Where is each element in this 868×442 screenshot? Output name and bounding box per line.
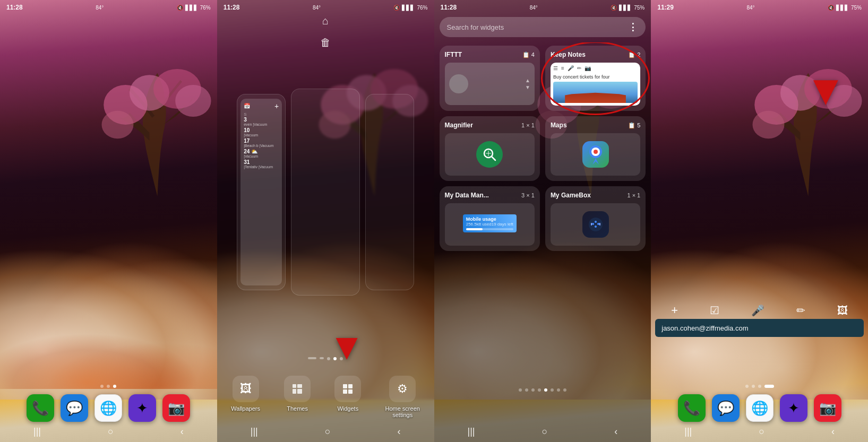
wallpapers-menu-item[interactable]: 🖼 Wallpapers (231, 376, 260, 418)
widgets-menu-item[interactable]: Widgets (334, 376, 361, 418)
svg-rect-35 (599, 223, 600, 226)
edit-icon[interactable]: ✏ (796, 304, 805, 317)
bridge (562, 90, 630, 103)
svg-point-28 (594, 150, 598, 154)
image-icon[interactable]: 🖼 (837, 305, 848, 317)
edit-mode-menu: 🖼 Wallpapers Themes (217, 376, 434, 418)
checkbox-icon[interactable]: ☑ (710, 304, 719, 317)
maps-widget-item[interactable]: Maps 📋 5 (545, 116, 646, 181)
phone-icon[interactable]: 📞 (678, 394, 706, 422)
home-shortcut-icon[interactable]: ⌂ (322, 15, 329, 27)
page-dot (525, 388, 528, 392)
back-icon[interactable]: ‹ (181, 426, 184, 437)
page-dot (320, 357, 324, 359)
svg-rect-16 (343, 389, 347, 394)
navigation-bar: ||| ○ ‹ (217, 423, 434, 442)
chrome-icon[interactable]: 🌐 (746, 394, 774, 422)
red-arrow-down: ▼ (328, 328, 365, 365)
home-screen-settings-label: Home screen settings (385, 405, 419, 418)
gamebox-widget-item[interactable]: My GameBox 1 × 1 (545, 186, 646, 251)
ifttt-widget-item[interactable]: IFTTT 📋 4 ▲ ▼ (440, 46, 540, 111)
search-bar[interactable]: Search for widgets ⋮ (440, 17, 646, 37)
recent-apps-icon[interactable]: ||| (33, 426, 41, 437)
wallpapers-icon: 🖼 (233, 376, 259, 402)
home-screen-settings-menu-item[interactable]: ⚙ Home screen settings (385, 376, 419, 418)
page-dot-2 (107, 385, 110, 388)
page-dot-1 (100, 385, 104, 388)
recent-apps-icon[interactable]: ||| (251, 426, 258, 437)
widget-card-mid (291, 89, 360, 296)
time-display: 11:28 (224, 4, 240, 11)
mute-icon: 🔇 (611, 5, 617, 11)
messages-icon[interactable]: 💬 (61, 394, 88, 422)
keep-notes-inner: ☰ ≡ 🎤 ✏ 📷 Buy concert tickets for four (551, 63, 640, 106)
more-options-icon[interactable]: ⋮ (628, 21, 638, 33)
keep-note-image (553, 82, 638, 103)
svg-point-31 (597, 223, 599, 225)
svg-rect-12 (297, 384, 302, 388)
add-note-icon[interactable]: + (671, 304, 678, 317)
recent-apps-icon[interactable]: ||| (467, 426, 475, 437)
widgets-search-panel: 11:28 84° 🔇 ▋▋▋ 75% Search for widgets ⋮… (434, 0, 651, 442)
mic-icon[interactable]: 🎤 (751, 304, 764, 317)
magnifier-header: Magnifier 1 × 1 (445, 122, 535, 129)
ifttt-count-icon: 📋 (522, 51, 530, 58)
temp-display: 84° (746, 5, 754, 11)
page-dot (745, 385, 749, 388)
note-email-text: jason.cohen@ziffmedia.com (661, 324, 748, 332)
widget-card-right (365, 94, 414, 290)
temp-display: 84° (530, 5, 538, 11)
back-icon[interactable]: ‹ (398, 426, 401, 437)
magnifier-preview (445, 133, 535, 176)
data-manager-widget-item[interactable]: My Data Man... 3 × 1 Mobile usage 256.5k… (440, 186, 540, 251)
signal-bars: ▋▋▋ (402, 5, 415, 11)
page-dot (308, 357, 316, 359)
ifttt-circle (449, 74, 468, 93)
note-email-bar: jason.cohen@ziffmedia.com (655, 319, 864, 337)
status-icons: 🔇 ▋▋▋ 76% (393, 5, 427, 11)
svg-rect-17 (348, 389, 353, 394)
svg-line-23 (492, 157, 495, 160)
slack-icon[interactable]: ✦ (128, 394, 156, 422)
chrome-icon[interactable]: 🌐 (94, 394, 122, 422)
navigation-bar: ||| ○ ‹ (0, 423, 217, 442)
keep-notes-widget-item[interactable]: Keep Notes 📋 2 ☰ ≡ 🎤 ✏ 📷 Buy concert tic… (545, 46, 646, 111)
maps-count: 📋 5 (628, 122, 640, 129)
cherry-blossom-tree (98, 0, 217, 265)
back-icon[interactable]: ‹ (614, 426, 617, 437)
magnifier-widget-item[interactable]: Magnifier 1 × 1 (440, 116, 540, 181)
themes-menu-item[interactable]: Themes (284, 376, 311, 418)
data-manager-size: 3 × 1 (521, 192, 535, 198)
keep-note-text: Buy concert tickets for four (553, 74, 638, 80)
home-icon[interactable]: ○ (325, 426, 331, 437)
home-icon[interactable]: ○ (108, 426, 114, 437)
ifttt-arrows: ▲ ▼ (525, 77, 530, 90)
delete-icon[interactable]: 🗑 (320, 37, 331, 49)
recent-apps-icon[interactable]: ||| (684, 426, 692, 437)
maps-count-icon: 📋 (628, 122, 635, 129)
maps-name: Maps (551, 122, 567, 129)
home-icon[interactable]: ○ (759, 426, 764, 437)
signal-icon: ▋▋▋ (185, 5, 198, 11)
phone-icon[interactable]: 📞 (27, 394, 54, 422)
status-bar: 11:28 84° 🔇 ▋▋▋ 76% (217, 0, 434, 15)
widgets-label: Widgets (337, 405, 358, 412)
back-icon[interactable]: ‹ (831, 426, 835, 437)
themes-label: Themes (287, 405, 308, 412)
camera-icon[interactable]: 📷 (162, 394, 190, 422)
navigation-bar: ||| ○ ‹ (651, 423, 868, 442)
status-icons: 🔇 ▋▋▋ 76% (177, 5, 211, 11)
data-manager-name: My Data Man... (445, 192, 489, 199)
ifttt-name: IFTTT (445, 51, 462, 58)
mute-icon: 🔇 (177, 5, 183, 11)
magnifier-icon (476, 141, 503, 168)
camera-icon[interactable]: 📷 (814, 394, 841, 422)
page-dot (519, 388, 522, 392)
maps-pin-svg (587, 144, 604, 164)
widgets-icon (334, 376, 361, 402)
slack-icon[interactable]: ✦ (780, 394, 807, 422)
home-icon[interactable]: ○ (542, 426, 547, 437)
svg-rect-15 (348, 384, 353, 388)
messages-icon[interactable]: 💬 (712, 394, 740, 422)
gamebox-icon (582, 211, 609, 238)
